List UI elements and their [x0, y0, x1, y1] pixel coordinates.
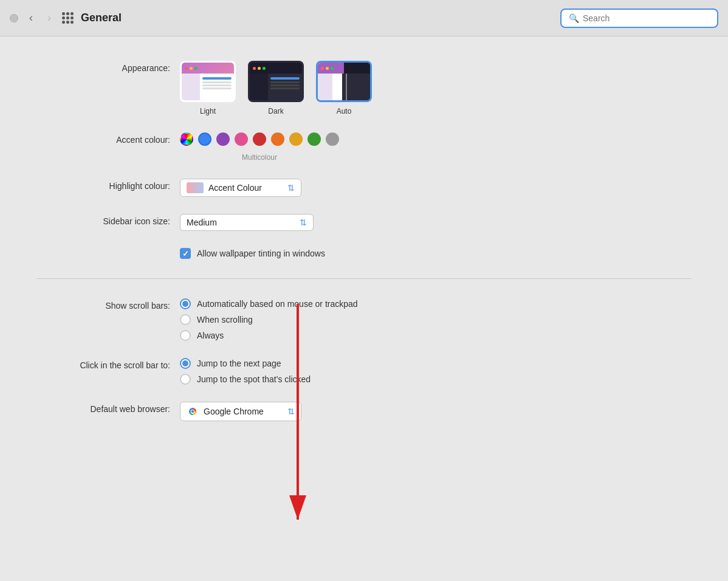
scroll-bars-auto-row: Automatically based on mouse or trackpad: [180, 298, 358, 309]
click-scroll-bar-label: Click in the scroll bar to:: [36, 358, 170, 370]
appearance-option-dark[interactable]: Dark: [248, 61, 304, 115]
appearance-thumb-light: [180, 61, 236, 102]
click-scroll-spot-label: Jump to the spot that's clicked: [197, 374, 311, 384]
accent-dot-multicolour[interactable]: [180, 132, 193, 146]
accent-colour-control: Multicolour: [180, 132, 339, 162]
search-box: 🔍: [560, 9, 718, 28]
grid-dot: [62, 16, 65, 19]
click-scroll-bar-control: Jump to the next page Jump to the spot t…: [180, 358, 311, 385]
forward-button[interactable]: ›: [44, 9, 55, 27]
scroll-bars-always-row: Always: [180, 330, 358, 341]
show-scroll-bars-row: Show scroll bars: Automatically based on…: [36, 298, 692, 341]
scroll-bars-scrolling-row: When scrolling: [180, 314, 358, 325]
click-scroll-next-page-radio[interactable]: [180, 358, 191, 369]
default-browser-select[interactable]: Google Chrome ⇅: [180, 402, 301, 421]
dot-green: [331, 67, 334, 70]
chrome-icon: [187, 405, 199, 418]
accent-dot-pink[interactable]: [235, 132, 248, 146]
grid-menu-button[interactable]: [62, 12, 74, 24]
sidebar-icon-size-row: Sidebar icon size: Medium ⇅: [36, 214, 692, 231]
thumb-line: [270, 81, 300, 83]
grid-dot: [70, 12, 74, 15]
grid-dot: [66, 16, 69, 19]
wallpaper-tinting-spacer: [36, 248, 170, 250]
appearance-thumb-dark: [248, 61, 304, 102]
scroll-bars-auto-label: Automatically based on mouse or trackpad: [197, 299, 358, 309]
dot-red: [185, 67, 188, 70]
grid-dot: [66, 21, 69, 24]
appearance-option-label-auto: Auto: [337, 107, 352, 115]
wallpaper-tinting-row: ✓ Allow wallpaper tinting in windows: [36, 248, 692, 259]
scroll-bars-always-radio[interactable]: [180, 330, 191, 341]
click-scroll-next-page-label: Jump to the next page: [197, 359, 281, 368]
dot-red: [253, 67, 256, 70]
thumb-stripe-dark: [270, 77, 300, 80]
appearance-option-auto[interactable]: Auto: [316, 61, 372, 115]
accent-dot-orange[interactable]: [271, 132, 284, 146]
appearance-option-light[interactable]: Light: [180, 61, 236, 115]
scroll-bars-scrolling-radio[interactable]: [180, 314, 191, 325]
show-scroll-bars-control: Automatically based on mouse or trackpad…: [180, 298, 358, 341]
search-icon: 🔍: [569, 13, 579, 23]
default-browser-row: Default web browser: Google Chrome ⇅: [36, 402, 692, 421]
thumb-bar-auto: [318, 63, 370, 74]
dot-green: [263, 67, 266, 70]
svg-point-2: [191, 410, 194, 413]
grid-dot: [62, 21, 65, 24]
appearance-row: Appearance:: [36, 61, 692, 115]
accent-dot-green[interactable]: [307, 132, 321, 146]
highlight-swatch: [187, 182, 204, 193]
search-input[interactable]: [583, 13, 704, 23]
thumb-lines-light: [202, 81, 232, 89]
appearance-label: Appearance:: [36, 61, 170, 73]
thumb-line: [202, 81, 232, 83]
scroll-bars-always-label: Always: [197, 331, 224, 340]
thumb-bar-dark: [250, 63, 302, 74]
sidebar-icon-size-label: Sidebar icon size:: [36, 214, 170, 226]
chevron-updown-icon: ⇅: [287, 183, 295, 193]
show-scroll-bars-label: Show scroll bars:: [36, 298, 170, 311]
appearance-control: Light: [180, 61, 372, 115]
back-button[interactable]: ‹: [26, 9, 36, 27]
highlight-colour-select[interactable]: Accent Colour ⇅: [180, 179, 301, 197]
click-scroll-next-page-row: Jump to the next page: [180, 358, 311, 369]
grid-dot: [66, 12, 69, 15]
accent-dot-purple[interactable]: [216, 132, 230, 146]
dot-yellow: [190, 67, 193, 70]
dot-green: [194, 67, 197, 70]
accent-dot-blue[interactable]: [198, 132, 211, 146]
accent-dot-graphite[interactable]: [326, 132, 339, 146]
highlight-colour-row: Highlight colour: Accent Colour ⇅: [36, 179, 692, 197]
wallpaper-tinting-label: Allow wallpaper tinting in windows: [197, 249, 325, 258]
wallpaper-tinting-control: ✓ Allow wallpaper tinting in windows: [180, 248, 325, 259]
divider-1: [36, 278, 692, 279]
highlight-colour-label: Highlight colour:: [36, 179, 170, 191]
dot-yellow: [326, 67, 329, 70]
sidebar-icon-size-value: Medium: [187, 218, 295, 227]
accent-dot-yellow[interactable]: [289, 132, 303, 146]
thumb-lines-dark: [270, 81, 300, 89]
appearance-thumb-auto: [316, 61, 372, 102]
grid-dot: [62, 12, 65, 15]
dot-yellow: [258, 67, 261, 70]
highlight-colour-value: Accent Colour: [208, 183, 283, 193]
click-scroll-spot-radio[interactable]: [180, 374, 191, 385]
accent-selected-label: Multicolour: [180, 153, 339, 162]
thumb-line: [202, 84, 232, 86]
traffic-light: [10, 14, 18, 22]
main-content: Appearance:: [0, 36, 728, 445]
click-scroll-bar-row: Click in the scroll bar to: Jump to the …: [36, 358, 692, 385]
appearance-option-label-light: Light: [200, 107, 216, 115]
grid-dot: [70, 21, 74, 24]
thumb-divider-auto: [346, 74, 347, 100]
click-scroll-spot-row: Jump to the spot that's clicked: [180, 374, 311, 385]
chevron-updown-icon-3: ⇅: [287, 407, 295, 416]
accent-dot-red[interactable]: [253, 132, 266, 146]
scroll-bars-auto-radio[interactable]: [180, 298, 191, 309]
thumb-stripe-light: [202, 77, 232, 80]
wallpaper-tinting-checkbox[interactable]: ✓: [180, 248, 191, 259]
thumb-content-dark: [268, 74, 302, 100]
accent-colours: [180, 132, 339, 146]
thumb-line: [270, 88, 300, 89]
sidebar-icon-size-select[interactable]: Medium ⇅: [180, 214, 314, 231]
